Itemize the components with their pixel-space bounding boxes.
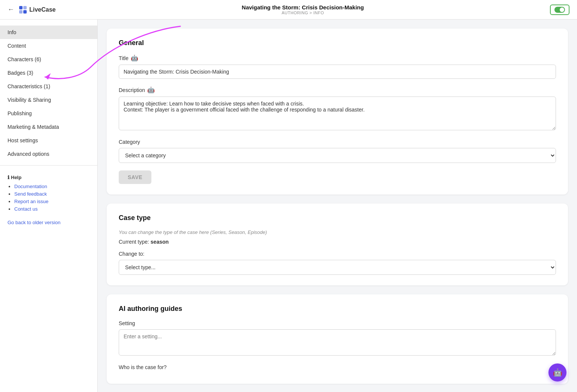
main-content: General Title 🤖 Description 🤖 Learning o…: [98, 20, 577, 392]
older-version-link[interactable]: Go back to older version: [8, 220, 60, 225]
list-item: Report an issue: [14, 198, 90, 204]
header-center: Navigating the Storm: Crisis Decision-Ma…: [242, 4, 364, 15]
category-group: Category Select a category Business Lead…: [119, 139, 556, 163]
save-button[interactable]: SAVE: [119, 170, 151, 184]
sidebar-help-list: Documentation Send feedback Report an is…: [8, 183, 90, 212]
svg-rect-3: [23, 10, 27, 14]
sidebar: Info Content Characters (6) Badges (3) C…: [0, 20, 98, 392]
sidebar-item-characteristics[interactable]: Characteristics (1): [0, 80, 97, 93]
header-right: [550, 5, 569, 15]
help-icon: ℹ: [8, 175, 9, 180]
category-label: Category: [119, 139, 556, 145]
sidebar-help: ℹ Help Documentation Send feedback Repor…: [0, 170, 97, 218]
logo-text: LiveCase: [29, 6, 56, 13]
setting-group: Setting: [119, 320, 556, 357]
who-label: Who is the case for?: [119, 364, 556, 370]
sidebar-divider: [0, 165, 97, 166]
logo-icon: [19, 6, 27, 14]
current-type: Current type: season: [119, 239, 556, 245]
logo: LiveCase: [19, 6, 56, 14]
fab-icon: 🤖: [553, 368, 562, 377]
description-label: Description 🤖: [119, 86, 556, 93]
robot-icon-description: 🤖: [147, 86, 155, 93]
category-select[interactable]: Select a category Business Leadership Cr…: [119, 148, 556, 163]
report-issue-link[interactable]: Report an issue: [14, 199, 48, 204]
sidebar-item-publishing[interactable]: Publishing: [0, 107, 97, 120]
sidebar-item-host[interactable]: Host settings: [0, 134, 97, 147]
sidebar-item-content[interactable]: Content: [0, 39, 97, 53]
setting-label: Setting: [119, 320, 556, 326]
fab-button[interactable]: 🤖: [548, 363, 566, 381]
title-group: Title 🤖: [119, 54, 556, 79]
sidebar-help-title: ℹ Help: [8, 175, 90, 180]
description-group: Description 🤖 Learning objective: Learn …: [119, 86, 556, 131]
toggle-dot: [554, 7, 565, 13]
sidebar-older-version: Go back to older version: [0, 218, 97, 230]
general-title: General: [119, 39, 556, 47]
change-type-select[interactable]: Select type... Series Season Episode: [119, 260, 556, 275]
case-type-subtitle: You can change the type of the case here…: [119, 229, 556, 235]
setting-input[interactable]: [119, 329, 556, 356]
case-type-title: Case type: [119, 214, 556, 222]
sidebar-item-badges[interactable]: Badges (3): [0, 66, 97, 80]
contact-us-link[interactable]: Contact us: [14, 206, 38, 212]
list-item: Contact us: [14, 206, 90, 212]
toggle-button[interactable]: [550, 5, 569, 15]
title-input[interactable]: [119, 65, 556, 79]
robot-icon-title: 🤖: [131, 54, 138, 62]
sidebar-item-visibility[interactable]: Visibility & Sharing: [0, 93, 97, 107]
documentation-link[interactable]: Documentation: [14, 184, 47, 189]
description-input[interactable]: Learning objective: Learn how to take de…: [119, 96, 556, 130]
case-type-card: Case type You can change the type of the…: [107, 204, 568, 285]
list-item: Documentation: [14, 183, 90, 189]
layout: Info Content Characters (6) Badges (3) C…: [0, 20, 577, 392]
header-left: ← LiveCase: [8, 6, 56, 14]
header-title: Navigating the Storm: Crisis Decision-Ma…: [242, 4, 364, 11]
header-breadcrumb: AUTHORING > INFO: [242, 11, 364, 15]
sidebar-item-marketing[interactable]: Marketing & Metadata: [0, 120, 97, 134]
header: ← LiveCase Navigating the Storm: Crisis …: [0, 0, 577, 20]
ai-authoring-card: AI authoring guides Setting Who is the c…: [107, 294, 568, 384]
ai-authoring-title: AI authoring guides: [119, 305, 556, 313]
list-item: Send feedback: [14, 191, 90, 197]
general-card: General Title 🤖 Description 🤖 Learning o…: [107, 29, 568, 194]
svg-rect-1: [23, 6, 27, 9]
back-button[interactable]: ←: [8, 6, 14, 14]
svg-rect-0: [19, 6, 23, 9]
svg-rect-2: [19, 10, 23, 14]
send-feedback-link[interactable]: Send feedback: [14, 191, 47, 197]
title-label: Title 🤖: [119, 54, 556, 62]
sidebar-item-characters[interactable]: Characters (6): [0, 53, 97, 66]
sidebar-item-advanced[interactable]: Advanced options: [0, 147, 97, 161]
sidebar-item-info[interactable]: Info: [0, 26, 97, 39]
change-to-label: Change to:: [119, 251, 556, 257]
current-type-value: season: [151, 239, 169, 245]
